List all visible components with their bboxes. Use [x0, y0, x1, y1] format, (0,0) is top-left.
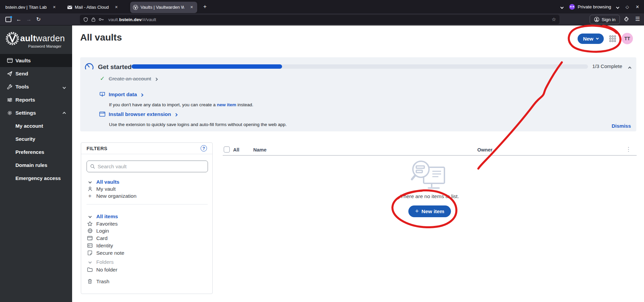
- step-label[interactable]: Import data: [109, 92, 137, 98]
- forward-button[interactable]: →: [26, 16, 32, 22]
- id-card-icon: [87, 243, 93, 248]
- empty-message: There are no items to list.: [400, 193, 459, 199]
- table-options-icon[interactable]: ⋮: [626, 146, 631, 153]
- search-icon: [90, 164, 95, 169]
- brand-name: aultwarden: [20, 31, 65, 46]
- get-started-banner: Get started 1/3 Complete ✓ Create an acc…: [80, 57, 636, 131]
- filter-card[interactable]: Card: [81, 235, 212, 242]
- filter-trash[interactable]: Trash: [81, 278, 212, 285]
- new-item-link[interactable]: new item: [217, 102, 236, 107]
- vaultwarden-favicon-icon: [133, 5, 138, 10]
- filter-all-items[interactable]: All items: [81, 213, 212, 220]
- help-icon[interactable]: ?: [201, 145, 207, 152]
- sidebar-item-label: Send: [15, 71, 28, 77]
- tab-close-icon[interactable]: ✕: [113, 4, 119, 10]
- key-passkey-icon[interactable]: [99, 17, 104, 21]
- plus-icon: +: [87, 193, 93, 199]
- filter-my-vault[interactable]: My vault: [81, 185, 212, 192]
- chevron-down-icon[interactable]: [87, 181, 93, 183]
- sidebar-nav: Vaults Send Tools: [0, 54, 72, 185]
- chevron-down-icon[interactable]: [87, 215, 93, 218]
- tab-mail-atlas[interactable]: Mail - Atlas Cloud ✕: [64, 2, 130, 13]
- get-started-title: Get started: [98, 63, 131, 71]
- tab-close-icon[interactable]: ✕: [189, 4, 195, 10]
- sidebar-item-send[interactable]: Send: [0, 67, 72, 80]
- step-create-account[interactable]: ✓ Create an account: [99, 75, 157, 82]
- filter-label: Folders: [96, 259, 114, 265]
- reload-button[interactable]: ↻: [36, 16, 41, 22]
- sidebar: aultwarden Password Manager Vaults Send: [0, 25, 72, 302]
- sidebar-item-settings[interactable]: Settings: [0, 106, 72, 119]
- private-mask-icon: [569, 4, 575, 10]
- bookmark-star-icon[interactable]: ☆: [552, 16, 556, 22]
- new-tab-button[interactable]: +: [201, 3, 209, 10]
- sidebar-item-emergency-access[interactable]: Emergency access: [0, 172, 72, 185]
- collapse-banner-icon[interactable]: [629, 65, 631, 71]
- sidebar-item-tools[interactable]: Tools: [0, 80, 72, 93]
- sidebar-item-security[interactable]: Security: [0, 132, 72, 145]
- step-label[interactable]: Create an account: [109, 76, 151, 82]
- sliders-icon: [7, 97, 13, 103]
- new-button[interactable]: New: [578, 34, 604, 44]
- empty-search-illustration: [411, 160, 448, 192]
- url-bar[interactable]: vault.bstein.dev/#/vault ☆: [80, 15, 559, 24]
- filter-all-vaults[interactable]: All vaults: [81, 178, 212, 185]
- back-button[interactable]: ←: [16, 16, 21, 22]
- chevron-down-icon[interactable]: [87, 261, 93, 263]
- tab-list-chevron-icon[interactable]: [561, 4, 563, 10]
- chevron-right-icon: [141, 92, 143, 98]
- tracking-shield-icon[interactable]: [83, 17, 88, 22]
- sidebar-item-reports[interactable]: Reports: [0, 93, 72, 106]
- tab-vaultwarden[interactable]: Vaults | Vaultwarden Web ✕: [130, 2, 197, 13]
- new-item-button[interactable]: + New item: [408, 205, 451, 217]
- window-restore-icon[interactable]: ◇: [626, 4, 629, 9]
- tab-close-icon[interactable]: ✕: [51, 4, 57, 10]
- step-install-extension[interactable]: Install browser extension: [99, 111, 177, 117]
- window-minimize-icon[interactable]: [616, 4, 619, 9]
- sidebar-item-domain-rules[interactable]: Domain rules: [0, 159, 72, 172]
- filter-login[interactable]: Login: [81, 227, 212, 234]
- firefox-sign-in-button[interactable]: Sign in: [590, 15, 620, 24]
- avatar[interactable]: TT: [622, 33, 633, 44]
- extensions-icon[interactable]: [624, 16, 629, 23]
- tab-title: bstein.dev | Titan Lab: [5, 5, 47, 10]
- send-icon: [7, 71, 13, 76]
- search-input[interactable]: [98, 164, 204, 170]
- table-header-name[interactable]: Name: [253, 147, 267, 153]
- user-icon: [87, 186, 93, 191]
- search-vault-field[interactable]: [87, 161, 208, 172]
- filter-identity[interactable]: Identity: [81, 242, 212, 249]
- tab-title: Mail - Atlas Cloud: [75, 5, 109, 10]
- filter-label: Favorites: [96, 221, 118, 227]
- filter-new-organization[interactable]: + New organization: [81, 192, 212, 199]
- globe-icon: [87, 228, 93, 233]
- tab-titan-lab[interactable]: bstein.dev | Titan Lab ✕: [3, 2, 64, 13]
- filters-panel: FILTERS ? All vaults My vault: [81, 142, 213, 294]
- firefox-view-icon[interactable]: [5, 17, 11, 22]
- filter-favorites[interactable]: Favorites: [81, 220, 212, 227]
- sidebar-item-vaults[interactable]: Vaults: [0, 54, 72, 67]
- lock-icon[interactable]: [91, 17, 96, 22]
- app-switcher-icon[interactable]: [609, 36, 616, 42]
- plus-icon: +: [415, 207, 419, 215]
- filters-header: FILTERS ?: [81, 143, 212, 154]
- new-item-label: New item: [422, 208, 444, 215]
- chevron-right-icon: [175, 111, 177, 117]
- menu-icon[interactable]: ☰: [635, 16, 640, 22]
- window-close-icon[interactable]: ✕: [636, 4, 639, 9]
- chevron-up-icon: [63, 110, 65, 116]
- filter-secure-note[interactable]: Secure note: [81, 249, 212, 256]
- sidebar-item-my-account[interactable]: My account: [0, 119, 72, 132]
- card-icon: [87, 236, 93, 240]
- step-label[interactable]: Install browser extension: [109, 111, 171, 117]
- filter-no-folder[interactable]: No folder: [81, 266, 212, 273]
- dismiss-link[interactable]: Dismiss: [611, 123, 631, 129]
- filter-folders-header[interactable]: Folders: [81, 258, 212, 265]
- folder-icon: [87, 267, 93, 272]
- select-all-checkbox[interactable]: [224, 146, 230, 153]
- sidebar-item-preferences[interactable]: Preferences: [0, 145, 72, 159]
- chevron-down-icon: [63, 84, 65, 90]
- table-header-owner[interactable]: Owner: [477, 147, 492, 153]
- table-divider: [223, 155, 637, 156]
- step-import-data[interactable]: Import data: [99, 92, 143, 98]
